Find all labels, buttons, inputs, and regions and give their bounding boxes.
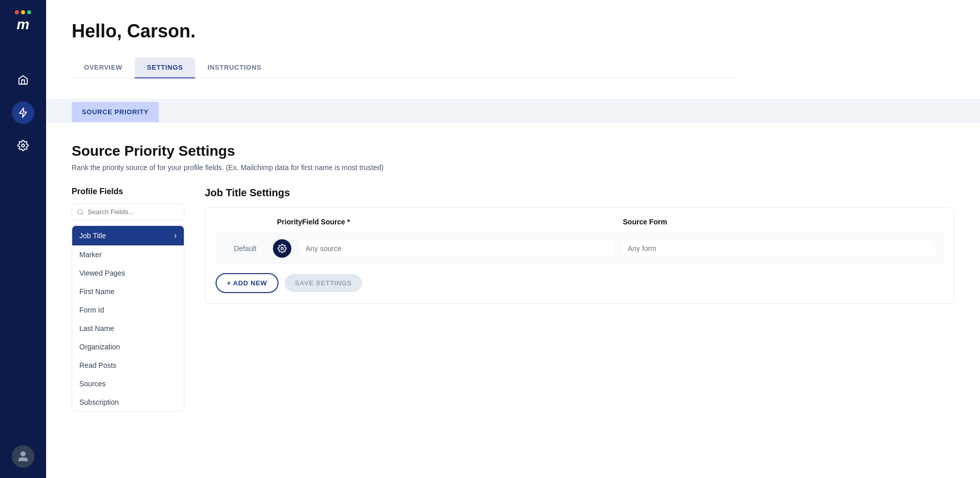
sidebar-nav (12, 69, 34, 430)
field-item-label: Sources (79, 380, 105, 388)
field-item-label: Viewed Pages (79, 269, 125, 277)
sub-tab-source-priority[interactable]: SOURCE PRIORITY (72, 102, 159, 122)
main-content: Hello, Carson. OVERVIEW SETTINGS INSTRUC… (46, 0, 980, 478)
chevron-right-icon: › (174, 231, 177, 240)
logo-dot-red (15, 10, 19, 14)
form-input[interactable] (622, 240, 935, 257)
svg-line-3 (82, 213, 83, 215)
search-input[interactable] (72, 203, 184, 220)
field-item-label: Read Posts (79, 361, 116, 369)
settings-card: Priority Field Source * Source Form Defa… (205, 207, 954, 304)
add-new-button[interactable]: + ADD NEW (216, 273, 279, 293)
sub-tabs: SOURCE PRIORITY (46, 99, 980, 122)
field-item-label: Form Id (79, 306, 104, 314)
field-item-label: Subscription (79, 398, 119, 406)
svg-point-1 (21, 452, 25, 456)
two-column-layout: Profile Fields Job Title › Marker Viewed… (72, 187, 954, 412)
sidebar-item-settings[interactable] (12, 134, 34, 157)
field-item-label: Job Title (79, 232, 106, 240)
logo-dots (15, 10, 31, 14)
field-item-form-id[interactable]: Form Id (72, 301, 184, 319)
tabs: OVERVIEW SETTINGS INSTRUCTIONS (72, 57, 737, 78)
logo-letter: m (17, 16, 30, 33)
header-field-source: Field Source * (302, 218, 623, 226)
profile-fields-title: Profile Fields (72, 187, 184, 196)
gear-button[interactable] (273, 239, 291, 258)
avatar[interactable] (12, 445, 34, 468)
content-area: Source Priority Settings Rank the priori… (46, 122, 980, 432)
header-priority: Priority (216, 218, 302, 226)
tab-instructions[interactable]: INSTRUCTIONS (195, 57, 273, 78)
field-item-read-posts[interactable]: Read Posts (72, 356, 184, 375)
tab-settings[interactable]: SETTINGS (135, 57, 195, 78)
sidebar-item-bolt[interactable] (12, 101, 34, 124)
logo-dot-yellow (21, 10, 25, 14)
settings-actions: + ADD NEW SAVE SETTINGS (216, 273, 944, 293)
svg-point-4 (281, 247, 284, 250)
source-input[interactable] (300, 240, 613, 257)
section-title: Source Priority Settings (72, 143, 954, 159)
sidebar: m (0, 0, 46, 478)
logo-dot-green (27, 10, 31, 14)
field-item-label: Marker (79, 251, 102, 259)
sidebar-item-home[interactable] (12, 69, 34, 91)
field-item-label: Organization (79, 343, 120, 351)
field-item-job-title[interactable]: Job Title › (72, 226, 184, 245)
sidebar-bottom (12, 445, 34, 468)
field-item-marker[interactable]: Marker (72, 245, 184, 264)
settings-panel: Job Title Settings Priority Field Source… (205, 187, 954, 304)
svg-point-2 (78, 209, 82, 214)
section-description: Rank the priority source of for your pro… (72, 163, 954, 172)
save-settings-button[interactable]: SAVE SETTINGS (285, 274, 363, 292)
field-item-organization[interactable]: Organization (72, 338, 184, 356)
svg-point-0 (22, 144, 25, 147)
tab-overview[interactable]: OVERVIEW (72, 57, 135, 78)
logo: m (15, 10, 31, 33)
field-item-sources[interactable]: Sources (72, 375, 184, 393)
field-item-last-name[interactable]: Last Name (72, 319, 184, 338)
settings-table-row: Default (216, 232, 944, 265)
field-search-wrap (72, 203, 184, 220)
settings-panel-title: Job Title Settings (205, 187, 954, 199)
fields-list: Job Title › Marker Viewed Pages First Na… (72, 225, 184, 412)
search-icon (77, 209, 84, 216)
page-title: Hello, Carson. (72, 20, 737, 42)
field-item-label: First Name (79, 287, 114, 296)
field-item-first-name[interactable]: First Name (72, 282, 184, 301)
header-source-form: Source Form (623, 218, 944, 226)
settings-table-header: Priority Field Source * Source Form (216, 218, 944, 232)
profile-fields-panel: Profile Fields Job Title › Marker Viewed… (72, 187, 184, 412)
field-item-viewed-pages[interactable]: Viewed Pages (72, 264, 184, 282)
field-item-label: Last Name (79, 324, 114, 332)
field-item-subscription[interactable]: Subscription (72, 393, 184, 411)
priority-label: Default (224, 244, 265, 253)
